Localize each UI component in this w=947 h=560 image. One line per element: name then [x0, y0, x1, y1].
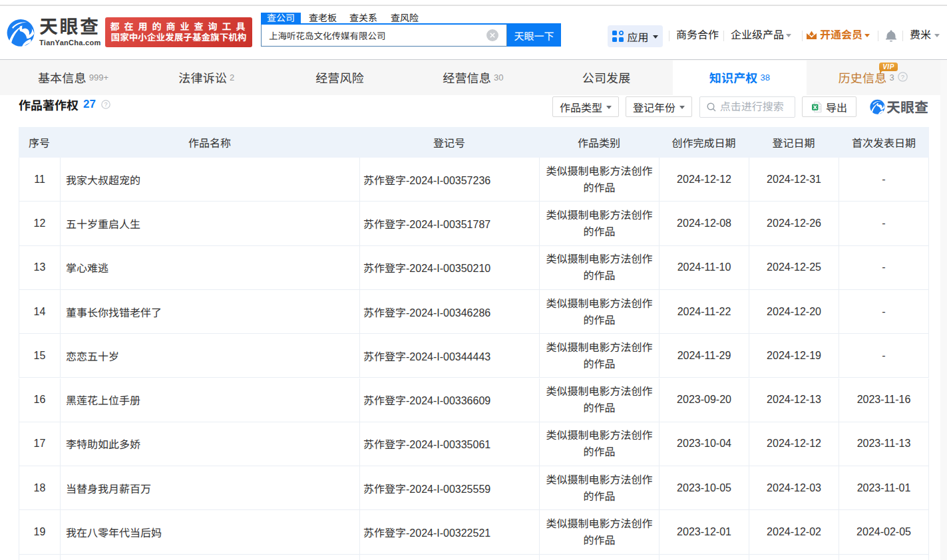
svg-text:?: ? [901, 73, 904, 80]
svg-text:?: ? [104, 101, 107, 108]
